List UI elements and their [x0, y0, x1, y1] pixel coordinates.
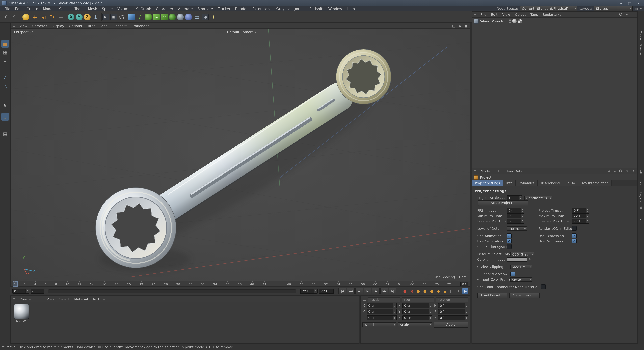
material-menu-item[interactable]: Material	[72, 297, 90, 301]
record-keyframe-icon[interactable]: ●	[402, 288, 408, 294]
panel-menu-icon[interactable]: ≡	[11, 24, 17, 28]
position-field[interactable]: 0 cm	[366, 309, 397, 314]
coordinates-column-header[interactable]: Rotation	[436, 297, 468, 302]
camera-menu-icon[interactable]: »	[255, 30, 257, 34]
size-mode-dropdown[interactable]: Scale	[398, 322, 432, 327]
node-space-dropdown[interactable]: Current (Standard/Physical)	[520, 6, 577, 11]
size-field[interactable]: 0 cm	[402, 303, 432, 308]
attribute-tab[interactable]: Info	[503, 180, 516, 186]
floor-grid-icon[interactable]: ▤	[192, 12, 201, 21]
panel-menu-icon[interactable]: ≡	[0, 345, 6, 349]
menu-item[interactable]: Redshift	[307, 6, 326, 10]
quantize-icon[interactable]: ∷	[1, 122, 9, 129]
viewport-menu-item[interactable]: View	[17, 24, 30, 28]
position-field[interactable]: 0 cm	[366, 303, 397, 308]
coordinates-column-header[interactable]: Position	[368, 297, 400, 302]
key-rotation-icon[interactable]: ●	[429, 288, 435, 294]
workplane-mode-icon[interactable]: ∟	[1, 57, 9, 64]
restore-button[interactable]: □	[628, 1, 631, 5]
position-field[interactable]: 0 cm	[366, 315, 397, 320]
expand-arrow-icon[interactable]: ▸	[477, 265, 481, 268]
visibility-dots[interactable]	[509, 19, 511, 23]
menu-item[interactable]: Greyscalegorilla	[274, 6, 307, 10]
attribute-tab[interactable]: Project Settings	[472, 180, 503, 186]
object-manager-menu-item[interactable]: Tags	[528, 13, 540, 16]
object-row[interactable]: Silver Wrench	[472, 19, 637, 24]
autokeying-icon[interactable]: ◉	[408, 288, 414, 294]
menu-item[interactable]: Create	[24, 6, 40, 10]
object-manager-menu-item[interactable]: View	[500, 13, 512, 16]
start-frame-field[interactable]: 0 F	[12, 289, 29, 294]
am-history-icon[interactable]: ↺	[630, 169, 635, 174]
zoom-view-icon[interactable]: ◱	[451, 23, 456, 28]
next-frame-button[interactable]: |▶	[372, 288, 380, 294]
minimize-button[interactable]: –	[620, 1, 622, 5]
pan-view-icon[interactable]: +	[445, 23, 450, 28]
coordinate-space-dropdown[interactable]: World	[362, 322, 397, 327]
render-view-icon[interactable]: ▶	[102, 13, 109, 20]
toggle-view-icon[interactable]: ▣	[463, 23, 468, 28]
spinner[interactable]	[520, 213, 524, 218]
tab-attributes[interactable]: Attributes	[639, 170, 642, 185]
viewport-menu-item[interactable]: Display	[50, 24, 66, 28]
panel-menu-icon[interactable]: ≡	[472, 169, 478, 174]
attribute-manager-menu-item[interactable]: Mode	[478, 170, 492, 173]
pen-spline-icon[interactable]: /	[136, 12, 144, 21]
render-settings-icon[interactable]	[120, 14, 124, 19]
project-scale-field[interactable]: 1	[507, 195, 522, 200]
tab-layers[interactable]: Layers	[639, 192, 642, 202]
material-menu-item[interactable]: Edit	[33, 297, 44, 301]
eyedropper-icon[interactable]: ✎	[528, 257, 532, 261]
material-menu-item[interactable]: Create	[17, 297, 33, 301]
rotation-field[interactable]: 0 °	[438, 315, 468, 320]
om-filter-icon[interactable]: ▼	[624, 12, 629, 17]
menu-item[interactable]: Extensions	[250, 6, 274, 10]
spinner[interactable]	[429, 310, 432, 314]
viewport-solo-icon[interactable]: S	[1, 102, 9, 109]
view-clipping-dropdown[interactable]: Medium	[510, 264, 532, 269]
use-model-mode-icon[interactable]: ■	[1, 40, 9, 48]
texture-tag-icon[interactable]	[518, 19, 522, 23]
viewport-menu-item[interactable]: Redshift	[111, 24, 129, 28]
menu-item[interactable]: Mesh	[86, 6, 100, 10]
enable-axis-icon[interactable]: +	[1, 93, 9, 101]
fps-field[interactable]: 24	[507, 208, 524, 213]
phong-tag-icon[interactable]	[512, 19, 516, 23]
size-field[interactable]: 0 cm	[402, 309, 432, 314]
menu-item[interactable]: Character	[154, 6, 176, 10]
default-camera-label[interactable]: Default Camera »	[227, 30, 257, 34]
attribute-tab[interactable]: Referencing	[538, 180, 563, 186]
object-list[interactable]: Silver Wrench	[472, 18, 637, 169]
use-motion-system-checkbox[interactable]	[507, 244, 512, 249]
spinner[interactable]	[314, 289, 317, 293]
camera-icon[interactable]: ◉	[202, 13, 209, 20]
sound-icon[interactable]: ♪	[456, 288, 462, 294]
key-scale-icon[interactable]: ●	[422, 288, 428, 294]
attribute-manager-menu-item[interactable]: User Data	[504, 170, 525, 173]
object-manager-menu-item[interactable]: Edit	[489, 13, 500, 16]
goto-end-button[interactable]: ▶|	[389, 288, 396, 294]
spinner[interactable]	[464, 304, 468, 308]
panel-menu-icon[interactable]: ≡	[362, 298, 366, 302]
om-search-icon[interactable]	[618, 12, 623, 17]
spinner[interactable]	[393, 310, 396, 314]
tab-content-browser[interactable]: Content Browser	[639, 31, 642, 56]
rotation-field[interactable]: 0 °	[438, 303, 468, 308]
key-pla-icon[interactable]: ▲	[442, 288, 448, 294]
tab-structure[interactable]: Structure	[639, 206, 642, 220]
om-view-icon[interactable]: ▤	[630, 12, 635, 17]
viewport-menu-item[interactable]: Options	[66, 24, 84, 28]
close-button[interactable]: ×	[637, 1, 640, 5]
spinner[interactable]	[393, 316, 396, 320]
project-time-field[interactable]: 0 F	[572, 208, 589, 213]
spinner[interactable]	[393, 304, 396, 308]
attribute-tab[interactable]: To Do	[563, 180, 578, 186]
menu-item[interactable]: Modes	[40, 6, 57, 10]
menu-item[interactable]: Animate	[176, 6, 195, 10]
polygons-mode-icon[interactable]: △	[1, 82, 9, 89]
boole-icon[interactable]	[169, 13, 176, 20]
preview-max-time-field[interactable]: 72 F	[572, 218, 589, 224]
spinner[interactable]	[586, 219, 589, 223]
project-scale-unit-dropdown[interactable]: Centimeters	[524, 195, 552, 200]
preview-end-field[interactable]: 72 F	[300, 289, 318, 294]
